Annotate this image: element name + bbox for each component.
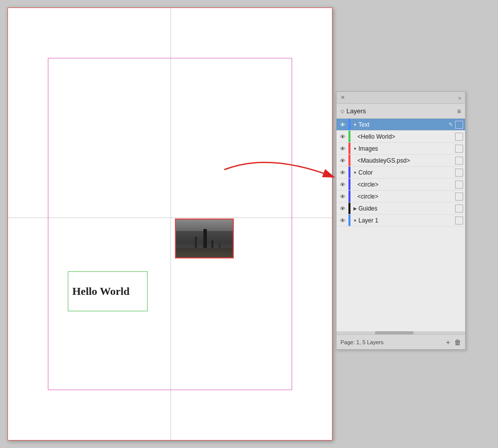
layer-row-maudsley[interactable]: 👁 <MaudsleyGS.psd> xyxy=(336,155,465,167)
forest-image xyxy=(176,220,233,257)
hello-world-text: Hello World xyxy=(72,285,130,298)
panel-menu-icon[interactable]: ≡ xyxy=(457,107,461,115)
eye-icon-guides[interactable]: 👁 xyxy=(336,203,348,215)
eye-icon-hello[interactable]: 👁 xyxy=(336,131,348,143)
layer-row-images[interactable]: 👁 ▾ Images xyxy=(336,143,465,155)
square-maudsley[interactable] xyxy=(455,157,463,165)
color-bar-layer1 xyxy=(348,215,350,226)
ground-area xyxy=(176,248,233,257)
color-bar-guides xyxy=(348,203,350,214)
toggle-layer1[interactable]: ▾ xyxy=(351,217,358,224)
eye-icon-images[interactable]: 👁 xyxy=(336,143,348,155)
layer-name-layer1: Layer 1 xyxy=(358,217,455,224)
square-guides[interactable] xyxy=(455,205,463,213)
layer-row-circle2[interactable]: 👁 <circle> xyxy=(336,191,465,203)
square-text[interactable] xyxy=(455,121,463,129)
eye-icon-circle2[interactable]: 👁 xyxy=(336,191,348,203)
square-circle1[interactable] xyxy=(455,181,463,189)
edit-icon-text[interactable]: ✎ xyxy=(446,120,455,129)
layer-row-color[interactable]: 👁 ▾ Color xyxy=(336,167,465,179)
color-bar-images xyxy=(348,143,350,154)
panel-close-btn[interactable]: ✕ xyxy=(340,94,345,101)
layer-row-circle1[interactable]: 👁 <circle> xyxy=(336,179,465,191)
layers-list: 👁 ▾ Text ✎ 👁 <Hello World> 👁 ▾ Images 👁 xyxy=(336,119,465,331)
square-hello[interactable] xyxy=(455,133,463,141)
layer-name-maudsley: <MaudsleyGS.psd> xyxy=(357,157,455,164)
layer-row-layer1[interactable]: 👁 ▾ Layer 1 xyxy=(336,215,465,226)
layers-empty-space xyxy=(336,226,465,331)
panel-titlebar: ✕ » xyxy=(336,92,465,104)
toggle-color[interactable]: ▾ xyxy=(351,169,358,176)
pink-frame xyxy=(48,58,292,390)
layer-name-color: Color xyxy=(358,169,455,176)
square-color[interactable] xyxy=(455,169,463,177)
panel-scrollbar-thumb[interactable] xyxy=(375,331,413,334)
layer-name-circle1: <circle> xyxy=(357,181,455,188)
layer-row-text[interactable]: 👁 ▾ Text ✎ xyxy=(336,119,465,131)
panel-collapse-btn[interactable]: » xyxy=(458,95,461,101)
color-bar-circle2 xyxy=(348,191,350,202)
image-box[interactable]: 🔗 xyxy=(175,219,234,258)
eye-icon-circle1[interactable]: 👁 xyxy=(336,179,348,191)
square-layer1[interactable] xyxy=(455,217,463,224)
panel-scrollbar[interactable] xyxy=(336,331,465,334)
layer-row-guides[interactable]: 👁 ▶ Guides xyxy=(336,203,465,215)
layer-name-hello: <Hello World> xyxy=(357,133,455,140)
panel-footer: Page: 1, 5 Layers + 🗑 xyxy=(336,334,465,349)
panel-title-text: Layers xyxy=(346,107,366,115)
square-circle2[interactable] xyxy=(455,193,463,201)
canvas-area: Hello World 🔗 xyxy=(7,7,332,441)
footer-actions: + 🗑 xyxy=(446,338,461,346)
delete-layer-btn[interactable]: 🗑 xyxy=(454,338,461,346)
color-bar-maudsley xyxy=(348,155,350,166)
color-bar-hello xyxy=(348,131,350,142)
page-container: Hello World 🔗 xyxy=(7,7,332,441)
color-bar-circle1 xyxy=(348,179,350,190)
panel-title-diamond: ◇ xyxy=(340,108,344,114)
eye-icon-text[interactable]: 👁 xyxy=(336,119,348,131)
toggle-text[interactable]: ▾ xyxy=(351,121,358,128)
footer-status: Page: 1, 5 Layers xyxy=(340,339,383,345)
layers-panel: ✕ » ◇ Layers ≡ 👁 ▾ Text ✎ 👁 <Hello World… xyxy=(336,91,466,350)
layer-name-guides: Guides xyxy=(358,205,455,212)
layer-name-text: Text xyxy=(358,121,446,128)
color-bar-text xyxy=(348,119,350,130)
toggle-guides[interactable]: ▶ xyxy=(351,205,358,212)
layer-row-hello[interactable]: 👁 <Hello World> xyxy=(336,131,465,143)
hello-world-box[interactable]: Hello World xyxy=(68,271,148,311)
square-images[interactable] xyxy=(455,145,463,153)
panel-header: ◇ Layers ≡ xyxy=(336,104,465,119)
add-layer-btn[interactable]: + xyxy=(446,338,450,346)
panel-title: ◇ Layers xyxy=(340,107,366,115)
layer-name-images: Images xyxy=(358,145,455,152)
color-bar-color xyxy=(348,167,350,178)
eye-icon-color[interactable]: 👁 xyxy=(336,167,348,179)
layer-name-circle2: <circle> xyxy=(357,193,455,200)
eye-icon-maudsley[interactable]: 👁 xyxy=(336,155,348,167)
toggle-images[interactable]: ▾ xyxy=(351,145,358,152)
eye-icon-layer1[interactable]: 👁 xyxy=(336,215,348,226)
